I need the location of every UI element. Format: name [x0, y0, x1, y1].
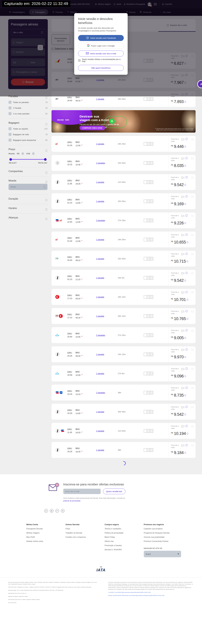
compare-toggle[interactable]: [191, 368, 194, 370]
stops-link[interactable]: 1 parada: [96, 143, 118, 145]
flight-card[interactable]: ai GRU 01:30 BKK 12:55 +1 1 parada 25h 2…: [51, 136, 196, 152]
currency-select[interactable]: Reais: [8, 184, 47, 190]
footer-link[interactable]: Passaporte Decolar: [26, 528, 65, 530]
stops-link[interactable]: 2 paradas: [96, 219, 118, 222]
checkbox[interactable]: [8, 133, 11, 136]
newsletter-email-input[interactable]: [63, 489, 101, 494]
flight-card[interactable]: ♚KLM GRU 20:59 BKK 10:05 +2 1 parada 27h…: [51, 366, 196, 381]
footer-link[interactable]: Decolar ft. SHAKIRA: [105, 549, 144, 551]
footer-link[interactable]: Política de privacidade: [105, 532, 144, 534]
slider-handle-min[interactable]: [9, 158, 12, 161]
flight-card[interactable]: GRU 01:10 BKK 12:15 +1 1 parada 25h 5m F…: [51, 270, 196, 286]
flight-card[interactable]: ai GRU 22:40 BKK 12:05 +2 2 paradas 27h …: [51, 212, 196, 228]
stops-link[interactable]: 1 parada: [96, 258, 118, 260]
compare-toggle[interactable]: [191, 138, 194, 140]
compare-toggle[interactable]: [191, 349, 194, 350]
compare-toggle[interactable]: [191, 177, 194, 178]
checkbox[interactable]: [8, 127, 11, 130]
filter-option[interactable]: 2 ou mais paradas 50: [8, 111, 47, 116]
stops-link[interactable]: 1 parada: [96, 315, 118, 317]
currency-brl-radio[interactable]: [21, 152, 24, 155]
footer-link[interactable]: Deletar minha conta: [26, 540, 65, 542]
stops-link[interactable]: 1 parada: [96, 277, 118, 279]
compare-toggle[interactable]: [191, 254, 194, 255]
flight-card[interactable]: THAI GRU 17:10 BKK 05:20 +2 1 parada 26h…: [51, 308, 196, 324]
footer-link[interactable]: Programa de franquias Decolar: [144, 532, 183, 534]
compare-toggle[interactable]: [191, 445, 194, 446]
flight-card[interactable]: ai GRU 01:30 BKK 12:05 +1 1 parada 24h 3…: [51, 232, 196, 248]
email-login-button[interactable]: Inicie sessão com seu e-mail: [78, 50, 124, 56]
twitter-icon[interactable]: [55, 509, 59, 512]
filter-option[interactable]: Todas as opções 143: [8, 126, 47, 132]
compare-toggle[interactable]: [191, 234, 194, 236]
compare-toggle[interactable]: [191, 387, 194, 389]
flight-card[interactable]: GRU 11:35 BKK 19:25 +1 1 parada 21h 50m …: [51, 174, 196, 190]
stops-link[interactable]: 2 paradas: [96, 334, 118, 336]
stops-link[interactable]: 1 parada: [96, 181, 118, 183]
footer-link[interactable]: Prevenção a fraudes: [105, 544, 144, 546]
compare-toggle[interactable]: [191, 158, 194, 159]
compare-toggle[interactable]: [191, 406, 194, 408]
currency-usd-radio[interactable]: [32, 152, 35, 155]
region-select[interactable]: Brasil: [144, 551, 181, 557]
flight-card[interactable]: F GRU 15:15 BKK 13:15 +2 2 paradas 36h F…: [51, 385, 196, 400]
compare-toggle[interactable]: [191, 272, 194, 274]
checkbox[interactable]: [8, 106, 11, 110]
compare-toggle[interactable]: [191, 215, 194, 216]
legal-link[interactable]: Decreto-Lei Real 23/2018 / Real Decreto …: [108, 595, 194, 596]
stops-link[interactable]: 1 parada: [96, 296, 118, 298]
footer-link[interactable]: FAQs: [65, 528, 105, 530]
footer-link[interactable]: Contato com a imprensa: [65, 536, 105, 538]
decline-benefits-button[interactable]: Não quero benefícios: [78, 65, 124, 71]
footer-link[interactable]: Minhas Viagens: [26, 532, 65, 534]
instagram-icon[interactable]: [50, 509, 53, 512]
filter-option[interactable]: 1 Parada 28: [8, 105, 47, 111]
legal-link[interactable]: Lei 34/2022 / Ley 34/2002 https://www.bo…: [108, 592, 194, 593]
flight-card[interactable]: GRU 11:35 BKK 19:25 +1 1 parada 21h 50m …: [51, 423, 196, 439]
footer-link[interactable]: Oferta Uau: [105, 540, 144, 542]
stops-link[interactable]: 1 parada: [96, 98, 118, 100]
stops-link[interactable]: 1 parada: [96, 449, 118, 451]
flight-card[interactable]: GRU 20:25 BKK 13:05 +2 1 parada 30h 40m …: [51, 404, 196, 420]
stops-link[interactable]: 1 parada: [96, 353, 118, 356]
filter-option[interactable]: Bagagem de mão 78: [8, 132, 47, 137]
stops-link[interactable]: 1 parada: [96, 238, 118, 241]
privacy-policy-link[interactable]: políticas de privacidade.: [63, 500, 81, 502]
footer-link[interactable]: Cadastre sua locadora: [144, 528, 183, 530]
filter-option[interactable]: Bagagem para despachar 65: [8, 137, 47, 143]
flight-card[interactable]: ♚KLM GRU 20:40 BKK 10:05 +2 2 paradas 27…: [51, 327, 196, 343]
google-login-button[interactable]: Fazer Login com o Google: [78, 43, 124, 49]
price-range-slider[interactable]: [10, 158, 46, 160]
youtube-icon[interactable]: [61, 509, 64, 512]
compare-toggle[interactable]: [191, 426, 194, 427]
checkbox[interactable]: [8, 112, 11, 115]
flight-card[interactable]: GRU 20:25 BKK 18:25 +2 1 parada 36h Fina…: [51, 442, 196, 458]
stops-link[interactable]: 1 parada: [96, 200, 118, 202]
compare-toggle[interactable]: [191, 196, 194, 198]
stops-link[interactable]: 1 parada: [96, 430, 118, 432]
flight-card[interactable]: 3 GRU 15:15 BKK 10:45 +2 2 paradas 33h 3…: [51, 155, 196, 171]
compare-toggle[interactable]: [191, 292, 194, 293]
stops-link[interactable]: 2 paradas: [96, 162, 118, 164]
flight-card[interactable]: ITAAIRWAYS GRU 20:40 BKK 08:10 +2 1 para…: [51, 251, 196, 266]
checkbox[interactable]: [8, 101, 11, 104]
stops-link[interactable]: 1 parada: [96, 372, 118, 374]
newsletter-subscribe-button[interactable]: Quero recebê-las!: [103, 488, 125, 494]
facebook-login-button[interactable]: Inicie sessão com Facebook: [78, 35, 124, 41]
slider-handle-max[interactable]: [44, 158, 47, 161]
flight-card[interactable]: GRU 17:10 BKK 05:20 +2 1 parada 26h 10m …: [51, 289, 196, 305]
optin-checkbox[interactable]: ✓: [78, 59, 81, 62]
filter-option[interactable]: Todas as paradas 78: [8, 100, 47, 105]
compare-toggle[interactable]: [191, 330, 194, 332]
flight-card[interactable]: GRU 20:25 BKK 06:40 +2 1 parada 24h 15m …: [51, 346, 196, 362]
footer-link[interactable]: Black Friday: [105, 536, 144, 538]
footer-link[interactable]: Termos e condições: [105, 528, 144, 530]
koin-promo-banner[interactable]: decolar koin Destrave suaviagem com a Ko…: [51, 110, 196, 132]
footer-link[interactable]: Trabalhe na Decolar: [65, 532, 105, 534]
flight-card[interactable]: GRU 01:10 BKK 13:05 +1 1 parada 25h 55m …: [51, 193, 196, 209]
facebook-icon[interactable]: [44, 509, 48, 512]
checkbox[interactable]: [8, 138, 11, 142]
footer-link[interactable]: Meu Perfil: [26, 536, 65, 538]
banner-cta-button[interactable]: COMPRAR COM A KOIN: [80, 126, 105, 130]
stops-link[interactable]: 1 parada: [96, 411, 118, 413]
